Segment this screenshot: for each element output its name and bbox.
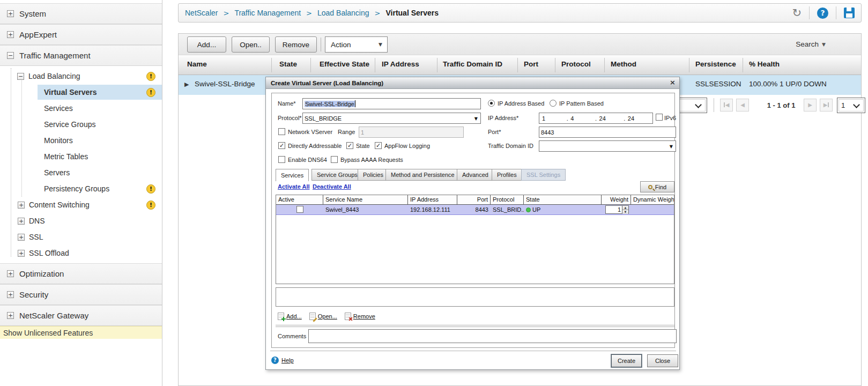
sidebar-item-traffic-management[interactable]: − Traffic Management [0, 45, 162, 66]
column-header-state[interactable]: State [279, 60, 297, 68]
dialog-title-bar[interactable]: Create Virtual Server (Load Balancing) × [266, 77, 679, 89]
service-open-link[interactable]: Open... [309, 313, 337, 320]
svc-column-protocol[interactable]: Protocol [491, 195, 524, 204]
column-header-port[interactable]: Port [524, 60, 538, 68]
tab-service-groups[interactable]: Service Groups [311, 169, 363, 181]
tab-method-and-persistence[interactable]: Method and Persistence [385, 169, 460, 181]
tab-profiles[interactable]: Profiles [492, 169, 522, 181]
expand-icon[interactable]: + [7, 312, 14, 319]
help-icon[interactable]: ? [817, 8, 828, 19]
service-add-link[interactable]: Add... [278, 313, 302, 320]
tree-item-content-switching[interactable]: + Content Switching ! [0, 197, 162, 213]
add-button[interactable]: Add... [187, 36, 226, 53]
svc-column-weight[interactable]: Weight [602, 195, 631, 204]
svc-column-state[interactable]: State [524, 195, 602, 204]
svc-column-service-name[interactable]: Service Name [323, 195, 408, 204]
service-active-checkbox[interactable] [296, 206, 303, 213]
expand-icon[interactable]: + [18, 218, 25, 225]
tab-advanced[interactable]: Advanced [457, 169, 494, 181]
show-unlicensed-features-link[interactable]: Show Unlicensed Features [0, 326, 162, 339]
ip-address-field[interactable]: 1 . 4 . 24 . 24 [539, 113, 653, 124]
close-button[interactable]: Close [647, 354, 678, 367]
column-header-name[interactable]: Name [187, 60, 207, 68]
bypass-aaaa-checkbox[interactable] [331, 156, 338, 163]
comments-field[interactable] [308, 329, 677, 343]
column-header-protocol[interactable]: Protocol [561, 60, 591, 68]
spin-up-icon[interactable]: ▲ [622, 206, 628, 210]
protocol-dropdown[interactable]: SSL_BRIDGE ▼ [302, 113, 481, 124]
row-expander-icon[interactable]: ▶ [184, 81, 189, 88]
last-page-button[interactable]: ▶ [820, 99, 833, 112]
search-dropdown[interactable]: Search ▼ [796, 40, 826, 48]
first-page-button[interactable]: ◀ [720, 99, 733, 112]
expand-icon[interactable]: + [18, 250, 25, 257]
sidebar-item-netscaler-gateway[interactable]: + NetScaler Gateway [0, 305, 162, 326]
tree-item-load-balancing[interactable]: − Load Balancing ! [0, 68, 162, 84]
tree-item-dns[interactable]: + DNS [0, 213, 162, 229]
ip-address-based-radio[interactable] [488, 100, 495, 107]
network-vserver-checkbox[interactable] [278, 128, 285, 135]
name-field[interactable]: Swivel-SSL-Bridge [302, 98, 481, 109]
expand-icon[interactable]: + [7, 10, 14, 17]
help-link[interactable]: ? Help [271, 357, 294, 364]
service-remove-link[interactable]: Remove [345, 313, 375, 320]
svc-column-port[interactable]: Port [457, 195, 491, 204]
directly-addressable-checkbox[interactable]: ✓ [278, 142, 285, 149]
sidebar-item-appexpert[interactable]: + AppExpert [0, 24, 162, 45]
tree-item-ssl-offload[interactable]: + SSL Offload [0, 245, 162, 261]
sidebar-item-system[interactable]: + System [0, 3, 162, 24]
collapse-icon[interactable]: − [7, 52, 14, 59]
open-button[interactable]: Open.. [232, 36, 270, 53]
tab-services[interactable]: Services [276, 169, 309, 181]
close-icon[interactable]: × [670, 79, 676, 86]
service-row[interactable]: Swivel_8443 192.168.12.111 8443 SSL_BRID… [276, 205, 674, 215]
traffic-domain-id-dropdown[interactable]: ▼ [539, 140, 676, 152]
tree-item-servers[interactable]: Servers [0, 165, 162, 181]
enable-dns64-checkbox[interactable] [278, 156, 285, 163]
spin-down-icon[interactable]: ▼ [622, 210, 628, 214]
ipv6-checkbox[interactable] [656, 114, 663, 121]
state-checkbox[interactable]: ✓ [346, 142, 353, 149]
tree-item-services[interactable]: Services [0, 100, 162, 116]
activate-all-link[interactable]: Activate All [278, 183, 310, 190]
expand-icon[interactable]: + [18, 234, 25, 241]
sidebar-item-optimization[interactable]: + Optimization [0, 263, 162, 284]
expand-icon[interactable]: + [18, 202, 25, 209]
svc-column-dynamic-weight[interactable]: Dynamic Weight [631, 195, 674, 204]
column-header-persistence[interactable]: Persistence [695, 60, 736, 68]
column-header-effective-state[interactable]: Effective State [320, 60, 369, 68]
deactivate-all-link[interactable]: Deactivate All [313, 183, 351, 190]
save-icon[interactable] [844, 8, 855, 18]
refresh-icon[interactable]: ↻ [792, 8, 802, 19]
collapse-icon[interactable]: − [17, 73, 24, 80]
create-button[interactable]: Create [611, 354, 642, 367]
previous-page-button[interactable]: ◀ [736, 99, 749, 112]
tree-item-metric-tables[interactable]: Metric Tables [0, 149, 162, 165]
breadcrumb-load-balancing[interactable]: Load Balancing [317, 9, 369, 17]
tab-policies[interactable]: Policies [358, 169, 389, 181]
tree-item-persistency-groups[interactable]: Persistency Groups ! [0, 181, 162, 197]
breadcrumb-netscaler[interactable]: NetScaler [185, 9, 218, 17]
find-button[interactable]: Find [640, 181, 674, 192]
remove-button[interactable]: Remove [275, 36, 317, 53]
column-header-traffic-domain-id[interactable]: Traffic Domain ID [443, 60, 502, 68]
expand-icon[interactable]: + [7, 291, 14, 298]
next-page-button[interactable]: ▶ [804, 99, 817, 112]
tree-item-virtual-servers[interactable]: Virtual Servers ! [0, 84, 162, 100]
tree-item-monitors[interactable]: Monitors [0, 132, 162, 149]
column-header-health[interactable]: % Health [749, 60, 780, 68]
expand-icon[interactable]: + [7, 31, 14, 38]
sidebar-item-security[interactable]: + Security [0, 284, 162, 305]
column-header-method[interactable]: Method [611, 60, 636, 68]
tree-item-ssl[interactable]: + SSL [0, 229, 162, 245]
svc-column-active[interactable]: Active [276, 195, 323, 204]
ip-pattern-based-radio[interactable] [550, 100, 557, 107]
tree-item-service-groups[interactable]: Service Groups [0, 116, 162, 132]
page-number-dropdown[interactable]: 1 [837, 98, 865, 113]
action-dropdown[interactable]: Action ▼ [325, 36, 388, 53]
appflow-logging-checkbox[interactable]: ✓ [375, 142, 382, 149]
breadcrumb-traffic-management[interactable]: Traffic Management [234, 9, 301, 17]
weight-stepper[interactable]: 1 ▲ ▼ [605, 205, 629, 214]
expand-icon[interactable]: + [7, 270, 14, 277]
port-field[interactable]: 8443 [539, 127, 676, 138]
